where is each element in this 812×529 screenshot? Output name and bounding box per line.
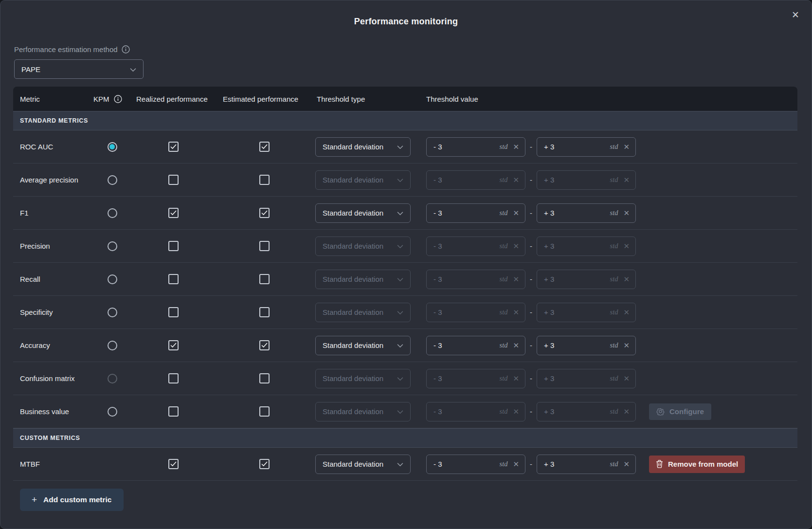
trash-icon xyxy=(656,460,663,468)
kpm-radio[interactable] xyxy=(108,175,117,185)
upper-threshold-value: + 3 xyxy=(544,242,610,250)
threshold-type-select[interactable]: Standard deviation xyxy=(315,336,411,355)
threshold-type-select[interactable]: Standard deviation xyxy=(315,203,411,223)
chevron-down-icon xyxy=(397,275,403,283)
threshold-type-select[interactable]: Standard deviation xyxy=(315,455,411,474)
estimated-performance-checkbox[interactable] xyxy=(259,274,270,284)
upper-threshold-input[interactable]: + 3 std ✕ xyxy=(537,137,636,157)
upper-threshold-value: + 3 xyxy=(544,209,610,217)
upper-threshold-input[interactable]: + 3 std ✕ xyxy=(537,270,636,289)
clear-icon[interactable]: ✕ xyxy=(513,275,519,284)
upper-threshold-input[interactable]: + 3 std ✕ xyxy=(537,203,636,223)
upper-threshold-input[interactable]: + 3 std ✕ xyxy=(537,170,636,190)
realized-performance-checkbox[interactable] xyxy=(168,373,179,383)
clear-icon[interactable]: ✕ xyxy=(513,242,519,251)
threshold-type-select[interactable]: Standard deviation xyxy=(315,137,411,157)
upper-threshold-value: + 3 xyxy=(544,407,610,416)
remove-from-model-button[interactable]: Remove from model xyxy=(649,456,745,473)
realized-performance-checkbox[interactable] xyxy=(168,459,179,469)
kpm-radio[interactable] xyxy=(108,142,117,152)
lower-threshold-input[interactable]: - 3 std ✕ xyxy=(426,303,525,322)
upper-threshold-input[interactable]: + 3 std ✕ xyxy=(537,402,636,421)
table-row: Specificity Standard deviation xyxy=(13,296,797,329)
kpm-radio[interactable] xyxy=(108,308,117,317)
lower-threshold-input[interactable]: - 3 std ✕ xyxy=(426,402,525,421)
estimated-performance-checkbox[interactable] xyxy=(259,406,270,417)
clear-icon[interactable]: ✕ xyxy=(623,460,630,469)
kpm-radio[interactable] xyxy=(108,208,117,218)
estimated-performance-checkbox[interactable] xyxy=(259,142,270,152)
threshold-type-select[interactable]: Standard deviation xyxy=(315,270,411,289)
realized-performance-checkbox[interactable] xyxy=(168,142,179,152)
estimated-performance-checkbox[interactable] xyxy=(259,307,270,317)
clear-icon[interactable]: ✕ xyxy=(513,308,519,317)
realized-performance-checkbox[interactable] xyxy=(168,208,179,218)
clear-icon[interactable]: ✕ xyxy=(623,407,630,416)
realized-performance-checkbox[interactable] xyxy=(168,175,179,185)
threshold-type-select[interactable]: Standard deviation xyxy=(315,237,411,256)
kpm-radio[interactable] xyxy=(108,407,117,417)
estimated-performance-checkbox[interactable] xyxy=(259,208,270,218)
add-custom-metric-button[interactable]: + Add custom metric xyxy=(20,489,124,511)
threshold-unit: std xyxy=(610,209,618,217)
lower-threshold-input[interactable]: - 3 std ✕ xyxy=(426,369,525,388)
clear-icon[interactable]: ✕ xyxy=(623,308,630,317)
lower-threshold-input[interactable]: - 3 std ✕ xyxy=(426,336,525,355)
metric-label: Precision xyxy=(20,242,50,250)
threshold-type-select[interactable]: Standard deviation xyxy=(315,369,411,388)
lower-threshold-input[interactable]: - 3 std ✕ xyxy=(426,203,525,223)
close-icon[interactable]: ✕ xyxy=(789,8,802,21)
clear-icon[interactable]: ✕ xyxy=(623,209,630,218)
threshold-type-value: Standard deviation xyxy=(323,341,383,349)
kpm-radio[interactable] xyxy=(108,341,117,350)
upper-threshold-input[interactable]: + 3 std ✕ xyxy=(537,303,636,322)
configure-button[interactable]: Configure xyxy=(649,403,711,420)
kpm-radio[interactable] xyxy=(108,274,117,284)
clear-icon[interactable]: ✕ xyxy=(623,341,630,350)
kpm-radio[interactable] xyxy=(108,374,117,383)
kpm-radio[interactable] xyxy=(108,241,117,251)
clear-icon[interactable]: ✕ xyxy=(623,143,630,151)
upper-threshold-input[interactable]: + 3 std ✕ xyxy=(537,455,636,474)
realized-performance-checkbox[interactable] xyxy=(168,406,179,417)
realized-performance-checkbox[interactable] xyxy=(168,307,179,317)
upper-threshold-input[interactable]: + 3 std ✕ xyxy=(537,369,636,388)
clear-icon[interactable]: ✕ xyxy=(513,143,519,151)
threshold-type-select[interactable]: Standard deviation xyxy=(315,402,411,421)
clear-icon[interactable]: ✕ xyxy=(623,176,630,184)
estimated-performance-checkbox[interactable] xyxy=(259,175,270,185)
lower-threshold-input[interactable]: - 3 std ✕ xyxy=(426,170,525,190)
estimation-method-select[interactable]: PAPE xyxy=(14,59,144,79)
upper-threshold-input[interactable]: + 3 std ✕ xyxy=(537,237,636,256)
threshold-type-select[interactable]: Standard deviation xyxy=(315,170,411,190)
clear-icon[interactable]: ✕ xyxy=(513,209,519,218)
clear-icon[interactable]: ✕ xyxy=(513,176,519,184)
estimated-performance-checkbox[interactable] xyxy=(259,340,270,350)
metric-label: Specificity xyxy=(20,308,53,316)
threshold-type-select[interactable]: Standard deviation xyxy=(315,303,411,322)
estimated-performance-checkbox[interactable] xyxy=(259,373,270,383)
upper-threshold-input[interactable]: + 3 std ✕ xyxy=(537,336,636,355)
lower-threshold-input[interactable]: - 3 std ✕ xyxy=(426,137,525,157)
lower-threshold-input[interactable]: - 3 std ✕ xyxy=(426,455,525,474)
clear-icon[interactable]: ✕ xyxy=(513,407,519,416)
lower-threshold-input[interactable]: - 3 std ✕ xyxy=(426,270,525,289)
threshold-unit: std xyxy=(500,176,508,184)
info-icon[interactable] xyxy=(122,45,130,54)
clear-icon[interactable]: ✕ xyxy=(513,341,519,350)
estimated-performance-checkbox[interactable] xyxy=(259,459,270,469)
clear-icon[interactable]: ✕ xyxy=(623,275,630,284)
clear-icon[interactable]: ✕ xyxy=(513,460,519,469)
realized-performance-checkbox[interactable] xyxy=(168,241,179,251)
threshold-type-value: Standard deviation xyxy=(323,460,383,468)
clear-icon[interactable]: ✕ xyxy=(623,374,630,383)
clear-icon[interactable]: ✕ xyxy=(513,374,519,383)
realized-performance-checkbox[interactable] xyxy=(168,340,179,350)
estimated-performance-checkbox[interactable] xyxy=(259,241,270,251)
realized-performance-checkbox[interactable] xyxy=(168,274,179,284)
clear-icon[interactable]: ✕ xyxy=(623,242,630,251)
kpm-info-icon[interactable] xyxy=(114,95,122,103)
lower-threshold-input[interactable]: - 3 std ✕ xyxy=(426,237,525,256)
plus-icon: + xyxy=(32,494,37,505)
table-header-row: Metric KPM Realized performance Estimate… xyxy=(13,87,797,111)
